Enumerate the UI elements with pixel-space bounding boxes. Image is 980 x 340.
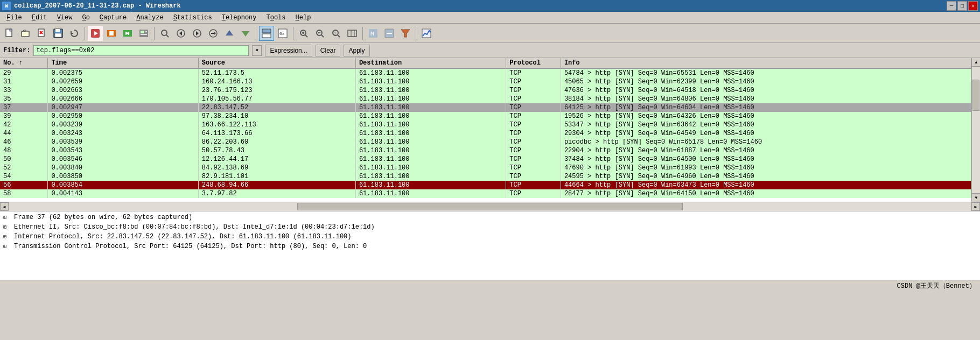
detail-expand-icon[interactable]: ⊞	[3, 243, 11, 250]
toolbar-save-btn[interactable]	[51, 26, 66, 41]
horizontal-scrollbar[interactable]: ◀ ▶	[0, 202, 980, 211]
scroll-right-btn[interactable]: ▶	[971, 202, 980, 211]
detail-row[interactable]: ⊞Ethernet II, Src: Cisco_bc:f8:bd (00:07…	[0, 222, 980, 232]
filter-dropdown[interactable]: ▼	[252, 45, 262, 56]
minimize-button[interactable]: ─	[947, 1, 956, 11]
toolbar-options-btn[interactable]	[136, 26, 151, 41]
table-row[interactable]: 290.00237552.11.173.561.183.11.100TCP547…	[0, 68, 971, 77]
toolbar-open-btn[interactable]	[18, 26, 33, 41]
toolbar-capture-stop[interactable]	[104, 26, 119, 41]
detail-row[interactable]: ⊞Transmission Control Protocol, Src Port…	[0, 242, 980, 251]
vertical-scrollbar[interactable]: ▲ ▼	[971, 58, 980, 202]
scroll-thumb-vert[interactable]	[972, 80, 979, 111]
toolbar-resize-cols-btn[interactable]	[345, 26, 360, 41]
scroll-down-btn[interactable]: ▼	[972, 193, 980, 202]
menu-edit[interactable]: Edit	[27, 13, 52, 23]
menu-capture[interactable]: Capture	[95, 13, 131, 23]
clear-button[interactable]: Clear	[316, 45, 341, 56]
toolbar-zoom-reset-btn[interactable]: 1	[328, 26, 344, 41]
col-header-dest[interactable]: Destination	[355, 58, 506, 68]
close-button[interactable]: ✕	[968, 1, 978, 11]
cell-info: 47690 > http [SYN] Seq=0 Win=61993 Len=0…	[561, 164, 971, 172]
packet-tbody: 290.00237552.11.173.561.183.11.100TCP547…	[0, 68, 971, 198]
toolbar-next-btn[interactable]	[190, 26, 205, 41]
col-header-protocol[interactable]: Protocol	[506, 58, 561, 68]
toolbar-capture-restart[interactable]	[120, 26, 135, 41]
svg-rect-1	[22, 31, 29, 37]
expression-button[interactable]: Expression...	[265, 45, 312, 56]
toolbar-capture-start[interactable]	[88, 26, 103, 41]
menu-telephony[interactable]: Telephony	[218, 13, 261, 23]
table-row[interactable]: 390.00295097.38.234.1061.183.11.100TCP19…	[0, 112, 971, 121]
toolbar-top-btn[interactable]	[222, 26, 237, 41]
svg-rect-44	[348, 30, 356, 37]
cell-src: 248.68.94.66	[198, 181, 355, 189]
cell-info: 24595 > http [SYN] Seq=0 Win=64960 Len=0…	[561, 172, 971, 181]
table-row[interactable]: 560.003854248.68.94.6661.183.11.100TCP44…	[0, 181, 971, 189]
cell-no: 50	[0, 155, 48, 164]
svg-point-19	[162, 30, 167, 36]
toolbar-prev-btn[interactable]	[173, 26, 188, 41]
scroll-track-vert[interactable]	[972, 67, 980, 193]
col-header-source[interactable]: Source	[198, 58, 355, 68]
detail-row[interactable]: ⊞Internet Protocol, Src: 22.83.147.52 (2…	[0, 232, 980, 242]
table-row[interactable]: 540.00385082.9.181.10161.183.11.100TCP24…	[0, 172, 971, 181]
menu-go[interactable]: Go	[78, 13, 94, 23]
table-row[interactable]: 580.0041433.7.97.8261.183.11.100TCP28477…	[0, 189, 971, 198]
table-row[interactable]: 310.002659160.24.166.1361.183.11.100TCP4…	[0, 77, 971, 86]
apply-button[interactable]: Apply	[344, 45, 369, 56]
cell-time: 0.004143	[48, 189, 198, 198]
detail-expand-icon[interactable]: ⊞	[3, 233, 11, 240]
col-header-info[interactable]: Info	[561, 58, 971, 68]
table-row[interactable]: 460.00353986.22.203.6061.183.11.100TCPpi…	[0, 138, 971, 146]
table-row[interactable]: 370.00294722.83.147.5261.183.11.100TCP64…	[0, 103, 971, 112]
menu-statistics[interactable]: Statistics	[169, 13, 216, 23]
toolbar-goto-btn[interactable]	[206, 26, 221, 41]
table-row[interactable]: 420.003239163.66.122.11361.183.11.100TCP…	[0, 121, 971, 129]
table-row[interactable]: 500.00354612.126.44.1761.183.11.100TCP37…	[0, 155, 971, 164]
col-header-no[interactable]: No. ↑	[0, 58, 48, 68]
detail-row[interactable]: ⊞Frame 37 (62 bytes on wire, 62 bytes ca…	[0, 212, 980, 222]
toolbar-bottom-btn[interactable]	[238, 26, 253, 41]
table-row[interactable]: 440.00324364.113.173.6661.183.11.100TCP2…	[0, 129, 971, 138]
cell-src: 3.7.97.82	[198, 189, 355, 198]
menu-help[interactable]: Help	[291, 13, 316, 23]
toolbar-new-btn[interactable]	[2, 26, 17, 41]
filter-bar: Filter: ▼ Expression... Clear Apply	[0, 43, 980, 58]
detail-expand-icon[interactable]: ⊞	[3, 224, 11, 230]
cell-proto: TCP	[506, 172, 561, 181]
cell-src: 50.57.78.43	[198, 146, 355, 155]
scroll-left-btn[interactable]: ◀	[0, 202, 9, 211]
menu-view[interactable]: View	[53, 13, 77, 23]
table-row[interactable]: 480.00354350.57.78.4361.183.11.100TCP229…	[0, 146, 971, 155]
cell-no: 42	[0, 121, 48, 129]
maximize-button[interactable]: □	[957, 1, 967, 11]
cell-info: 47636 > http [SYN] Seq=0 Win=64518 Len=0…	[561, 86, 971, 95]
col-header-time[interactable]: Time	[48, 58, 198, 68]
menu-tools[interactable]: Tools	[262, 13, 290, 23]
scroll-track-horiz[interactable]	[9, 202, 971, 211]
filter-input[interactable]	[33, 45, 249, 56]
table-row[interactable]: 520.00384084.92.138.6961.183.11.100TCP47…	[0, 164, 971, 172]
toolbar-mark-unmark-btn[interactable]	[382, 26, 397, 41]
toolbar-graph-btn[interactable]	[419, 26, 434, 41]
toolbar-mark-btn[interactable]: M	[366, 26, 381, 41]
toolbar-find-btn[interactable]	[157, 26, 172, 41]
scroll-up-btn[interactable]: ▲	[972, 58, 980, 67]
toolbar-filter-mark-btn[interactable]	[398, 26, 413, 41]
toolbar-reload-btn[interactable]	[67, 26, 82, 41]
toolbar-hex-btn[interactable]: 0x	[275, 26, 290, 41]
toolbar-zoom-out-btn[interactable]	[312, 26, 327, 41]
table-row[interactable]: 350.002666170.105.56.7761.183.11.100TCP3…	[0, 95, 971, 103]
svg-text:0x: 0x	[279, 31, 285, 36]
table-row[interactable]: 330.00266323.76.175.12361.183.11.100TCP4…	[0, 86, 971, 95]
toolbar-zoom-in-btn[interactable]	[296, 26, 311, 41]
cell-src: 160.24.166.13	[198, 77, 355, 86]
toolbar-close-btn[interactable]	[34, 26, 50, 41]
toolbar-view-pane-btn[interactable]	[259, 26, 274, 41]
cell-dst: 61.183.11.100	[355, 121, 506, 129]
menu-file[interactable]: File	[2, 13, 26, 23]
menu-analyze[interactable]: Analyze	[132, 13, 167, 23]
detail-expand-icon[interactable]: ⊞	[3, 214, 11, 221]
scroll-thumb-horiz[interactable]	[297, 203, 682, 210]
